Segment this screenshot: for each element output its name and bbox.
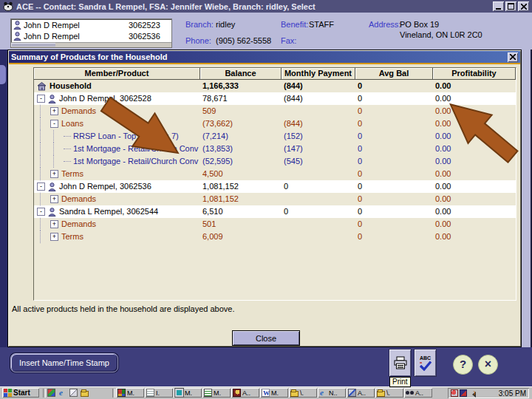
word-icon	[262, 389, 270, 397]
tree-connector	[64, 149, 71, 150]
help-button[interactable]: ?	[453, 355, 473, 375]
column-header-profitability[interactable]: Profitability	[433, 68, 516, 80]
column-header-monthly-payment[interactable]: Monthly Payment	[282, 68, 355, 80]
table-row[interactable]: +Demands1,081,15200.00	[34, 193, 516, 205]
member-product-cell: +Demands	[34, 193, 200, 205]
taskbar-button[interactable]: I.	[145, 388, 173, 398]
contact-header: John D Rempel3062523John D Rempel3062536…	[0, 13, 532, 50]
benefit-label: Benefit:	[281, 20, 308, 29]
column-header-avg-bal[interactable]: Avg Bal	[355, 68, 433, 80]
taskbar-button[interactable]: A..	[231, 388, 259, 398]
window-titlebar: ACE -- Contact: Sandra L Rempel, FSA: Je…	[0, 0, 532, 13]
insert-name-time-stamp-button[interactable]: Insert Name/Time Stamp	[10, 353, 118, 372]
row-label: 1st Mortgage - Retail/Church Conv (sub: …	[73, 155, 200, 168]
table-row[interactable]: -Loans(73,662)(844)00.00	[34, 117, 516, 130]
tray-app-icon-2[interactable]	[460, 389, 467, 397]
tree-expand-plus[interactable]: +	[50, 195, 58, 203]
tree-expand-plus[interactable]: +	[50, 170, 58, 178]
balance-cell: 6,009	[200, 231, 243, 243]
balance-cell: 6,510	[200, 205, 243, 218]
table-row[interactable]: -John D Rempel, 306252878,671(844)00.00	[34, 92, 516, 105]
dialog-title: Summary of Products for the Household	[11, 52, 508, 61]
taskbar-button[interactable]: M.	[202, 388, 231, 398]
house-icon	[37, 82, 47, 91]
tree-expand-minus[interactable]: -	[37, 208, 45, 216]
row-label: Sandra L Rempel, 3062544	[59, 205, 158, 218]
window-controls	[493, 1, 529, 11]
exit-button[interactable]: ×	[478, 355, 498, 375]
contact-list[interactable]: John D Rempel3062523John D Rempel3062536	[10, 18, 172, 48]
channels-icon[interactable]	[47, 389, 55, 397]
folder-icon[interactable]	[81, 391, 89, 397]
avg-bal-cell: 0	[355, 155, 398, 168]
screen: ACE -- Contact: Sandra L Rempel, FSA: Je…	[0, 0, 532, 399]
address-label: Address:	[369, 20, 400, 29]
avg-bal-cell: 0	[355, 205, 398, 218]
member-product-cell: 1st Mortgage - Retail/Church Conv (sub: …	[34, 155, 200, 168]
minimize-icon	[496, 8, 501, 10]
person-icon	[48, 183, 56, 191]
spreadsheet-icon	[204, 389, 212, 397]
restore-button[interactable]	[505, 1, 516, 11]
internet-explorer-icon[interactable]	[58, 389, 66, 397]
avg-bal-cell: 0	[355, 193, 398, 205]
taskbar-button[interactable]: N..	[318, 388, 346, 398]
start-button[interactable]: Start	[2, 388, 39, 398]
taskbar-button[interactable]: M.	[116, 388, 144, 398]
tree-guide	[53, 155, 64, 168]
tree-expand-minus[interactable]: -	[50, 120, 58, 128]
tray-icons	[451, 389, 476, 397]
scrollbar-thumb[interactable]	[11, 43, 55, 47]
table-row[interactable]: RRSP Loan - Top Up (sub: 7)(7,214)(152)0…	[34, 130, 516, 143]
row-label: Terms	[61, 168, 83, 180]
tree-expand-minus[interactable]: -	[37, 95, 45, 103]
taskbar-button[interactable]: A..	[404, 388, 432, 398]
tray-app-icon-1[interactable]	[451, 389, 458, 397]
table-row[interactable]: 1st Mortgage - Retail/Church Conv (sub: …	[34, 155, 516, 168]
taskbar-button[interactable]: \.	[375, 388, 403, 398]
profitability-cell: 0.00	[433, 168, 476, 180]
start-label: Start	[13, 389, 30, 397]
column-header-member-product[interactable]: Member/Product	[34, 68, 200, 80]
taskbar-button[interactable]: M.	[174, 388, 202, 398]
print-button[interactable]	[389, 349, 411, 376]
print-tooltip: Print	[389, 377, 411, 387]
taskbar-button[interactable]: M.	[260, 388, 288, 398]
table-row[interactable]: 1st Mortgage - Retail/Church Conv (sub: …	[34, 143, 516, 155]
tree-expand-minus[interactable]: -	[37, 183, 45, 191]
monthly-payment-cell: 0	[282, 180, 324, 193]
table-row[interactable]: -Sandra L Rempel, 30625446,510000.00	[34, 205, 516, 218]
monitor-icon	[175, 389, 183, 397]
contact-list-scrollbar[interactable]	[11, 42, 171, 47]
table-row[interactable]: +Terms6,00900.00	[34, 231, 516, 243]
table-row[interactable]: +Demands50900.00	[34, 105, 516, 117]
tree-expand-plus[interactable]: +	[50, 220, 58, 228]
table-row[interactable]: -John D Rempel, 30625361,081,152000.00	[34, 180, 516, 193]
table-row[interactable]: +Demands50100.00	[34, 218, 516, 231]
spellcheck-button[interactable]: ABC	[415, 349, 436, 376]
volume-icon[interactable]	[468, 389, 476, 397]
contact-row[interactable]: John D Rempel3062523	[11, 19, 171, 30]
tree-expand-plus[interactable]: +	[50, 233, 58, 241]
taskbar-button-label: N..	[329, 389, 338, 397]
close-dialog-button[interactable]: Close	[232, 330, 300, 346]
tree-expand-plus[interactable]: +	[50, 107, 58, 115]
close-window-button[interactable]	[518, 1, 529, 11]
profitability-cell: 0.00	[433, 231, 476, 243]
tree-guide	[40, 143, 50, 155]
column-header-balance[interactable]: Balance	[200, 68, 282, 80]
member-product-cell: +Terms	[34, 168, 200, 180]
minimize-button[interactable]	[493, 1, 504, 11]
contact-number: 3062536	[126, 32, 169, 41]
member-product-cell: -John D Rempel, 3062528	[34, 92, 200, 105]
taskbar-button[interactable]: \.	[289, 388, 317, 398]
contact-row[interactable]: John D Rempel3062536	[11, 30, 171, 41]
show-desktop-icon[interactable]	[69, 389, 78, 397]
member-product-cell: Household	[34, 80, 200, 92]
profitability-cell: 0.00	[433, 155, 476, 168]
tree-guide	[53, 130, 64, 143]
dialog-close-button[interactable]	[508, 52, 518, 62]
table-row[interactable]: Household1,166,333(844)00.00	[34, 80, 516, 92]
table-row[interactable]: +Terms4,50000.00	[34, 168, 516, 180]
taskbar-button[interactable]: A..	[347, 388, 375, 398]
